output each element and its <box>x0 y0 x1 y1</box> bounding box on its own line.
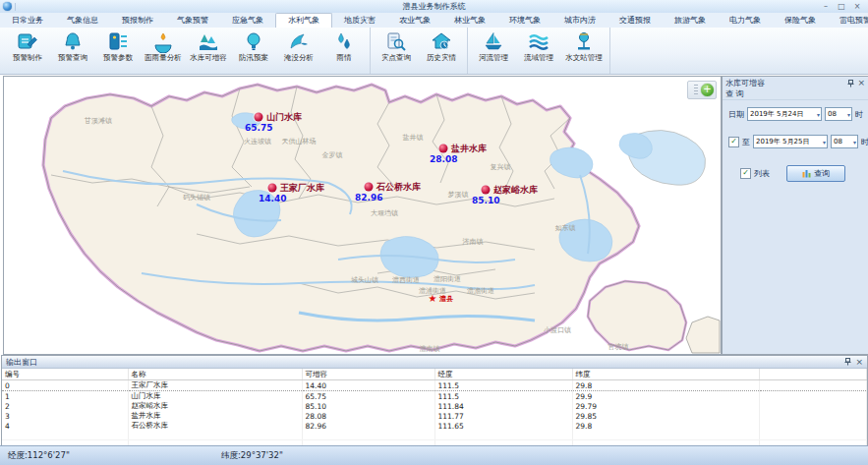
column-header-名称[interactable]: 名称 <box>128 369 302 380</box>
reservoir-value: 85.10 <box>472 196 499 205</box>
toolbar-label: 面雨量分析 <box>145 53 182 63</box>
toolbar-button-流域管理[interactable]: 流域管理 <box>516 29 561 73</box>
tab-地质灾害[interactable]: 地质灾害 <box>332 13 387 28</box>
warning-bell-icon <box>61 30 85 53</box>
toolbar-button-河流管理[interactable]: 河流管理 <box>471 29 516 73</box>
toolbar-button-预警制作[interactable]: 预警制作 <box>5 29 50 73</box>
hour-suffix-label: 时 <box>855 109 863 120</box>
column-header-经度[interactable]: 经度 <box>434 369 572 380</box>
tab-预报制作[interactable]: 预报制作 <box>110 13 165 28</box>
toolbar-label: 流域管理 <box>524 53 553 63</box>
reservoir-name: 王家厂水库 <box>280 182 324 195</box>
toolbar: 预警制作预警查询预警参数面雨量分析水库可增容防汛预案淹没分析雨情灾点查询历史灾情… <box>0 28 868 75</box>
hour-from-value: 08 <box>828 110 837 118</box>
panel-close-icon[interactable]: × <box>855 358 863 367</box>
map-toolbar: + <box>687 81 717 99</box>
history-disaster-icon <box>430 30 453 53</box>
tab-日常业务[interactable]: 日常业务 <box>0 13 55 28</box>
toolbar-button-灾点查询[interactable]: 灾点查询 <box>374 29 419 73</box>
basin-waves-icon <box>527 30 550 53</box>
table-row[interactable]: 1山门水库65.75111.529.9 <box>2 391 867 402</box>
date-label: 日期 <box>728 109 744 120</box>
toolbar-label: 水库可增容 <box>190 53 227 63</box>
warning-edit-icon <box>16 30 39 53</box>
tab-应急气象[interactable]: 应急气象 <box>220 13 275 28</box>
toolbar-label: 预警查询 <box>58 53 87 63</box>
app-globe-icon <box>3 2 12 11</box>
query-panel-subtitle: 查 询 <box>723 88 868 100</box>
toolbar-button-水文站管理[interactable]: 水文站管理 <box>561 29 607 73</box>
table-empty-row <box>2 431 867 440</box>
map-zoom-in-button[interactable]: + <box>701 84 714 96</box>
close-button[interactable]: × <box>850 2 864 12</box>
reservoir-capacity-icon <box>197 30 220 53</box>
column-header-编号[interactable]: 编号 <box>2 369 128 380</box>
pin-icon[interactable] <box>844 358 851 366</box>
tab-保险气象[interactable]: 保险气象 <box>773 13 828 28</box>
toolbar-button-预警查询[interactable]: 预警查询 <box>50 29 95 73</box>
toolbar-label: 历史灾情 <box>427 53 456 63</box>
rainfall-analysis-icon <box>151 30 175 53</box>
status-bar: 经度:112°6'27" 纬度:29°37'32" <box>0 445 868 465</box>
tab-旅游气象[interactable]: 旅游气象 <box>663 13 718 28</box>
table-row[interactable]: 2赵家峪水库85.10111.8429.79 <box>2 401 867 411</box>
reservoir-marker-icon[interactable] <box>365 183 374 192</box>
query-button-label: 查询 <box>814 168 830 179</box>
reservoir-marker-icon[interactable] <box>255 113 263 122</box>
column-header-纬度[interactable]: 纬度 <box>572 369 759 380</box>
reservoir-marker-icon[interactable] <box>268 184 277 193</box>
tab-气象信息[interactable]: 气象信息 <box>55 13 110 28</box>
table-row[interactable]: 0王家厂水库14.40111.529.8 <box>2 380 867 391</box>
chevron-down-icon: ▾ <box>846 111 851 118</box>
minimize-button[interactable]: – <box>819 2 833 12</box>
tab-电力气象[interactable]: 电力气象 <box>718 13 773 28</box>
date-to-select[interactable]: 2019年 5月25日 ▾ <box>753 135 828 148</box>
tab-城市内涝[interactable]: 城市内涝 <box>552 13 608 28</box>
hour-from-select[interactable]: 08 ▾ <box>825 107 852 121</box>
query-button[interactable]: 查询 <box>786 165 845 182</box>
list-label: 列表 <box>754 168 770 179</box>
tab-环境气象[interactable]: 环境气象 <box>497 13 552 28</box>
hour-to-value: 08 <box>834 138 842 145</box>
list-checkbox[interactable]: ✓ <box>740 168 751 179</box>
column-header-可增容[interactable]: 可增容 <box>302 369 434 380</box>
toolbar-button-防汛预案[interactable]: 防汛预案 <box>231 29 276 73</box>
output-window: 输出窗口 × 编号名称可增容经度纬度 0王家厂水库14.40111.529.81… <box>1 355 868 446</box>
menu-tab-strip: 日常业务气象信息预报制作气象预警应急气象水利气象地质灾害农业气象林业气象环境气象… <box>0 13 868 28</box>
hour-suffix-label: 时 <box>861 137 868 147</box>
query-panel: 水库可增容 × 查 询 日期 2019年 5月24日 ▾ 08 ▾ 时 ✓ 至 … <box>722 76 868 355</box>
raindrop-icon <box>332 30 356 53</box>
status-longitude: 经度:112°6'27" <box>8 450 70 462</box>
toolbar-button-面雨量分析[interactable]: 面雨量分析 <box>141 29 186 73</box>
output-window-title: 输出窗口 <box>6 357 37 368</box>
tab-林业气象[interactable]: 林业气象 <box>442 13 497 28</box>
map-toolbar-grip-icon[interactable] <box>694 85 698 95</box>
output-table-header-row: 编号名称可增容经度纬度 <box>2 369 867 380</box>
table-row[interactable]: 3盐井水库28.08111.7729.85 <box>2 411 867 421</box>
chevron-down-icon: ▾ <box>852 139 857 145</box>
reservoir-marker-icon[interactable] <box>482 186 491 195</box>
hour-to-select[interactable]: 08 ▾ <box>831 135 858 148</box>
to-date-checkbox[interactable]: ✓ <box>728 137 739 147</box>
reservoir-marker-icon[interactable] <box>439 145 448 153</box>
pin-icon[interactable] <box>847 80 854 87</box>
disaster-search-icon <box>384 30 408 53</box>
tab-交通预报[interactable]: 交通预报 <box>608 13 663 28</box>
map-area[interactable]: 甘溪滩镇火连坡镇天供山林场金罗镇盐井镇复兴镇码头铺镇梦溪镇大堰垱镇涔南镇如东镇城… <box>3 76 722 355</box>
tab-雷电预警[interactable]: 雷电预警 <box>828 13 868 28</box>
tab-农业气象[interactable]: 农业气象 <box>387 13 442 28</box>
toolbar-button-淹没分析[interactable]: 淹没分析 <box>276 29 321 73</box>
toolbar-button-历史灾情[interactable]: 历史灾情 <box>419 29 464 73</box>
panel-close-icon[interactable]: × <box>857 79 865 87</box>
toolbar-button-水库可增容[interactable]: 水库可增容 <box>186 29 231 73</box>
table-row[interactable]: 4石公桥水库82.96111.6529.8 <box>2 421 867 431</box>
reservoir-name: 盐井水库 <box>451 143 487 155</box>
tab-气象预警[interactable]: 气象预警 <box>165 13 220 28</box>
toolbar-label: 防汛预案 <box>239 53 268 63</box>
toolbar-button-雨情[interactable]: 雨情 <box>321 29 367 73</box>
tab-水利气象[interactable]: 水利气象 <box>275 13 332 28</box>
date-from-select[interactable]: 2019年 5月24日 ▾ <box>747 107 822 121</box>
toolbar-label: 灾点查询 <box>381 53 411 63</box>
maximize-button[interactable]: □ <box>835 2 848 12</box>
toolbar-button-预警参数[interactable]: 预警参数 <box>95 29 141 73</box>
